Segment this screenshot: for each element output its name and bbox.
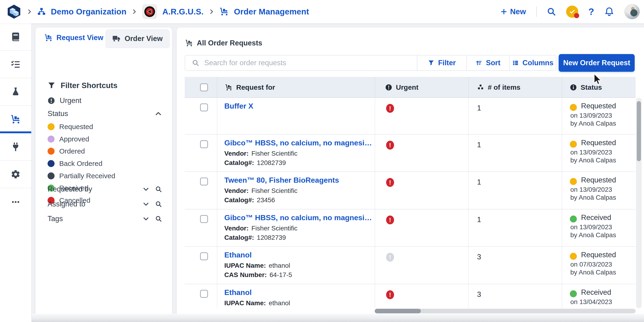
status-filter-label: Back Ordered bbox=[59, 160, 102, 168]
elab-logo[interactable] bbox=[6, 4, 22, 19]
gear-icon bbox=[11, 169, 20, 179]
status-dot bbox=[48, 148, 54, 155]
search-icon[interactable] bbox=[155, 186, 162, 192]
icon-sidebar bbox=[0, 23, 32, 322]
row-checkbox[interactable] bbox=[200, 103, 208, 111]
column-header-request-for[interactable]: Request for bbox=[225, 77, 275, 98]
argus-logo[interactable] bbox=[142, 4, 157, 19]
column-header-urgent[interactable]: Urgent bbox=[385, 77, 418, 98]
filter-panel: Request View Order View Filter Shortcuts… bbox=[36, 27, 172, 314]
filter-group-requested-by[interactable]: Requested by bbox=[48, 182, 162, 197]
order-search-input[interactable] bbox=[204, 59, 396, 67]
horizontal-scrollbar-thumb[interactable] bbox=[375, 309, 421, 313]
chevron-down-icon[interactable] bbox=[143, 201, 149, 207]
order-request-link[interactable]: Tween™ 80, Fisher BioReagents bbox=[224, 175, 339, 185]
row-checkbox[interactable] bbox=[200, 215, 208, 223]
filter-shortcuts-heading: Filter Shortcuts bbox=[48, 81, 118, 90]
status-filter-ordered[interactable]: Ordered bbox=[48, 145, 115, 158]
chevron-down-icon[interactable] bbox=[143, 186, 149, 192]
new-button[interactable]: New bbox=[500, 7, 526, 16]
horizontal-scrollbar[interactable] bbox=[375, 309, 636, 313]
items-count: 1 bbox=[477, 215, 481, 225]
items-count: 1 bbox=[477, 103, 481, 113]
sidebar-item-more[interactable] bbox=[0, 188, 31, 216]
status-filter-back-ordered[interactable]: Back Ordered bbox=[48, 158, 115, 170]
filter-group-label: Tags bbox=[48, 215, 63, 223]
column-header-items[interactable]: # of items bbox=[477, 77, 520, 98]
select-all-checkbox[interactable] bbox=[200, 83, 208, 91]
urgent-icon bbox=[386, 178, 394, 187]
status-dot bbox=[570, 104, 577, 111]
detail-line: Vendor:Fisher Scientific bbox=[224, 224, 298, 233]
app-window: Demo Organization A.R.G.U.S. Order Manag… bbox=[0, 0, 644, 322]
row-checkbox[interactable] bbox=[200, 252, 208, 260]
sidebar-item-orders[interactable] bbox=[0, 106, 31, 133]
order-request-link[interactable]: Ethanol bbox=[224, 288, 252, 297]
columns-button-label: Columns bbox=[522, 59, 554, 67]
tab-order-view-label: Order View bbox=[124, 34, 162, 43]
filter-status-header[interactable]: Status bbox=[48, 109, 162, 118]
header-actions: New ? bbox=[500, 4, 644, 19]
sidebar-item-tasks[interactable] bbox=[0, 51, 31, 78]
tab-request-view[interactable]: Request View bbox=[44, 27, 103, 48]
tab-order-view[interactable]: Order View bbox=[106, 29, 170, 48]
columns-button[interactable]: Columns bbox=[509, 55, 556, 70]
order-requests-panel: All Order Requests Filter Sort Columns N… bbox=[177, 27, 644, 314]
status-filter-approved[interactable]: Approved bbox=[48, 133, 115, 145]
table-row[interactable]: Ethanol IUPAC Name:ethanol CAS Number:64… bbox=[185, 247, 636, 284]
row-checkbox[interactable] bbox=[200, 290, 208, 298]
status-filter-partially-received[interactable]: Partially Received bbox=[48, 170, 115, 182]
exclamation-circle-icon bbox=[385, 84, 392, 91]
sidebar-item-samples[interactable] bbox=[0, 78, 31, 106]
sidebar-item-notebook[interactable] bbox=[0, 23, 31, 51]
global-search-icon[interactable] bbox=[547, 7, 556, 16]
help-button[interactable]: ? bbox=[588, 7, 594, 16]
search-icon[interactable] bbox=[155, 201, 162, 207]
table-row[interactable]: Tween™ 80, Fisher BioReagents Vendor:Fis… bbox=[185, 172, 636, 210]
filter-group-tags[interactable]: Tags bbox=[48, 211, 162, 226]
row-checkbox[interactable] bbox=[200, 140, 208, 148]
sidebar-item-integrations[interactable] bbox=[0, 133, 31, 161]
detail-line: IUPAC Name:ethanol bbox=[224, 299, 290, 308]
breadcrumb-app[interactable]: A.R.G.U.S. bbox=[162, 7, 204, 16]
order-request-link[interactable]: Ethanol bbox=[224, 250, 252, 260]
table-toolbar: Filter Sort Columns bbox=[185, 55, 556, 71]
tasks-badge[interactable] bbox=[566, 5, 578, 18]
order-request-link[interactable]: Gibco™ HBSS, no calcium, no magnesi… bbox=[224, 213, 372, 223]
status-dot bbox=[570, 253, 577, 260]
breadcrumb-page[interactable]: Order Management bbox=[234, 7, 309, 16]
breadcrumb-organization[interactable]: Demo Organization bbox=[51, 7, 126, 16]
order-request-link[interactable]: Buffer X bbox=[224, 101, 253, 111]
filter-shortcuts-label: Filter Shortcuts bbox=[60, 81, 118, 90]
table-row[interactable]: Gibco™ HBSS, no calcium, no magnesi… Ven… bbox=[185, 135, 636, 172]
filter-button[interactable]: Filter bbox=[417, 55, 466, 70]
order-request-link[interactable]: Gibco™ HBSS, no calcium, no magnesi… bbox=[224, 138, 372, 148]
row-checkbox[interactable] bbox=[200, 178, 208, 185]
table-row[interactable]: Buffer X 1 Requested on 13/09/2023 by An… bbox=[185, 98, 636, 135]
filter-urgent[interactable]: Urgent bbox=[48, 96, 81, 105]
filter-group-assigned-to[interactable]: Assigned to bbox=[48, 197, 162, 212]
status-filter-requested[interactable]: Requested bbox=[48, 121, 115, 133]
new-order-request-button[interactable]: New Order Request bbox=[559, 54, 635, 72]
sidebar-item-settings[interactable] bbox=[0, 161, 31, 188]
urgent-icon bbox=[386, 290, 394, 299]
search-icon[interactable] bbox=[155, 216, 162, 222]
chevron-right-icon bbox=[132, 9, 137, 14]
status-filter-label: Approved bbox=[59, 135, 89, 143]
user-avatar[interactable] bbox=[624, 4, 640, 19]
urgent-icon bbox=[386, 253, 394, 262]
sort-button[interactable]: Sort bbox=[466, 55, 510, 70]
plus-icon bbox=[500, 8, 507, 15]
search-icon bbox=[192, 59, 199, 66]
status-date: on 07/03/2023 bbox=[570, 260, 612, 269]
status-label: Requested bbox=[581, 102, 616, 110]
table-row[interactable]: Gibco™ HBSS, no calcium, no magnesi… Ven… bbox=[185, 210, 636, 247]
sort-icon bbox=[476, 60, 482, 66]
status-filter-label: Requested bbox=[59, 123, 93, 131]
status-filter-label: Partially Received bbox=[59, 172, 115, 180]
vertical-scrollbar[interactable] bbox=[636, 98, 642, 308]
bell-icon[interactable] bbox=[604, 7, 614, 16]
table-row[interactable]: Ethanol IUPAC Name:ethanol 3 Received on… bbox=[185, 284, 636, 308]
vertical-scrollbar-thumb[interactable] bbox=[637, 101, 641, 161]
chevron-down-icon[interactable] bbox=[143, 216, 149, 222]
